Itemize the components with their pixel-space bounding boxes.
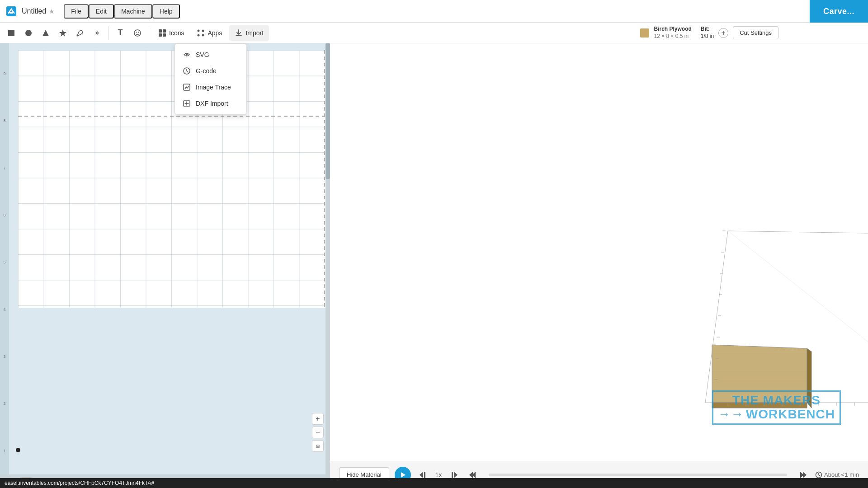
- icons-btn[interactable]: Icons: [153, 25, 189, 41]
- watermark-line1: THE MAKERS: [718, 394, 835, 408]
- carve-button[interactable]: Carve...: [810, 0, 868, 23]
- emoji-tool-btn[interactable]: [130, 25, 145, 41]
- origin-dot: [16, 448, 20, 452]
- svg-point-16: [202, 29, 204, 32]
- menu-machine[interactable]: Machine: [114, 4, 152, 19]
- svg-point-17: [198, 34, 200, 36]
- svg-rect-13: [159, 33, 162, 37]
- add-bit-button[interactable]: +: [718, 28, 728, 38]
- svg-point-15: [198, 29, 200, 32]
- svg-point-3: [25, 30, 32, 36]
- scroll-thumb-vertical[interactable]: [326, 43, 330, 179]
- image-trace-menu-item[interactable]: Image Trace: [175, 79, 246, 95]
- svg-rect-12: [163, 29, 166, 33]
- title-bar: Untitled ★ File Edit Machine Help Carve.…: [0, 0, 868, 23]
- speed-label: 1x: [435, 471, 442, 479]
- svg-marker-58: [401, 472, 406, 478]
- svg-point-10: [138, 32, 139, 33]
- svg-point-19: [186, 54, 188, 56]
- status-bar: easel.inventables.com/projects/CHFpCk7CY…: [0, 478, 868, 488]
- view-3d: THE MAKERS →→ WORKBENCH Hide Material 1x: [330, 43, 868, 488]
- svg-marker-4: [42, 30, 49, 36]
- toolbar: T Icons Apps Import Birch Plywood 12 × 8…: [0, 23, 868, 43]
- svg-marker-5: [59, 29, 66, 37]
- svg-icon: [182, 50, 191, 59]
- svg-point-8: [134, 30, 141, 36]
- gcode-menu-item[interactable]: G-code: [175, 63, 246, 79]
- canvas-3d: THE MAKERS →→ WORKBENCH: [330, 43, 868, 461]
- menu-bar: File Edit Machine Help: [64, 4, 179, 19]
- svg-rect-14: [163, 33, 166, 37]
- svg-rect-0: [6, 6, 16, 16]
- svg-point-9: [136, 32, 137, 33]
- svg-menu-item[interactable]: SVG: [175, 47, 246, 63]
- cut-settings-button[interactable]: Cut Settings: [733, 26, 778, 39]
- dxf-icon: [182, 99, 191, 108]
- svg-rect-62: [452, 472, 453, 478]
- watermark-line2-container: →→ WORKBENCH: [718, 408, 835, 422]
- apps-btn[interactable]: Apps: [191, 25, 227, 41]
- text-tool-btn[interactable]: T: [113, 25, 128, 41]
- image-trace-icon: [182, 83, 191, 92]
- svg-marker-59: [420, 472, 423, 478]
- svg-rect-60: [424, 472, 425, 478]
- svg-rect-2: [8, 30, 14, 36]
- gcode-icon: [182, 66, 191, 75]
- svg-point-18: [202, 34, 204, 36]
- circle-tool-btn[interactable]: [21, 25, 36, 41]
- toolbar-separator: [108, 26, 109, 40]
- svg-marker-61: [454, 472, 458, 478]
- node-tool-btn[interactable]: [90, 25, 105, 41]
- bit-info: Bit: 1/8 in: [701, 26, 714, 40]
- svg-rect-11: [159, 29, 162, 33]
- svg-rect-24: [18, 50, 325, 308]
- main-content: 987654321: [0, 43, 868, 488]
- square-tool-btn[interactable]: [4, 25, 19, 41]
- pen-tool-btn[interactable]: [72, 25, 88, 41]
- watermark-line2: WORKBENCH: [746, 408, 835, 422]
- progress-bar[interactable]: [489, 474, 787, 476]
- time-label: About <1 min: [815, 471, 859, 479]
- dxf-import-menu-item[interactable]: DXF Import: [175, 95, 246, 112]
- zoom-in-button[interactable]: +: [312, 413, 324, 425]
- canvas-area[interactable]: 987654321: [0, 43, 330, 488]
- scroll-bar-vertical[interactable]: [326, 43, 330, 474]
- star-tool-btn[interactable]: [55, 25, 71, 41]
- import-dropdown-menu: SVG G-code Image Trace DXF Import: [175, 43, 247, 115]
- triangle-tool-btn[interactable]: [38, 25, 53, 41]
- svg-rect-7: [96, 32, 99, 34]
- import-btn[interactable]: Import: [229, 25, 269, 41]
- grid-canvas: 123456789101112: [9, 43, 330, 474]
- app-title: Untitled: [22, 7, 46, 15]
- material-info: Birch Plywood 12 × 8 × 0.5 in: [654, 26, 691, 40]
- menu-edit[interactable]: Edit: [89, 4, 114, 19]
- zoom-fit-button[interactable]: ⊞: [312, 440, 324, 452]
- menu-file[interactable]: File: [64, 4, 89, 19]
- watermark: THE MAKERS →→ WORKBENCH: [712, 390, 841, 425]
- material-info-section: Birch Plywood 12 × 8 × 0.5 in Bit: 1/8 i…: [640, 26, 864, 40]
- status-url: easel.inventables.com/projects/CHFpCk7CY…: [5, 480, 154, 486]
- ruler-left: 987654321: [0, 43, 9, 474]
- svg-grid: [18, 50, 325, 308]
- zoom-out-button[interactable]: −: [312, 427, 324, 438]
- toolbar-separator-2: [149, 26, 149, 40]
- svg-point-6: [77, 35, 78, 36]
- zoom-controls: + − ⊞: [312, 413, 324, 452]
- app-logo: [5, 5, 18, 18]
- watermark-arrows: →→: [718, 408, 744, 422]
- svg-rect-1: [9, 12, 13, 14]
- menu-help[interactable]: Help: [152, 4, 180, 19]
- material-swatch: [640, 28, 649, 38]
- title-star-icon[interactable]: ★: [49, 8, 55, 15]
